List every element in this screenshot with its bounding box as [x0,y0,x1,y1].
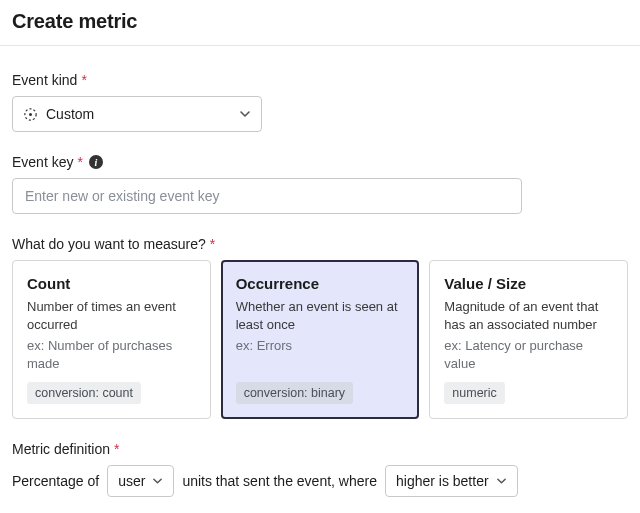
label-text: What do you want to measure? [12,236,206,252]
create-metric-form: Create metric Event kind * Custom Event … [0,0,640,513]
required-marker: * [77,154,82,170]
page-title: Create metric [12,10,628,33]
unit-value: user [118,473,145,489]
chevron-down-icon [152,476,163,487]
divider [0,45,640,46]
card-example: ex: Latency or purchase value [444,337,613,372]
event-kind-field: Event kind * Custom [12,72,628,132]
card-tag: numeric [444,382,504,404]
card-title: Occurrence [236,275,405,292]
metric-definition-label: Metric definition * [12,441,628,457]
card-tag: conversion: binary [236,382,353,404]
definition-prefix: Percentage of [12,473,99,489]
measure-options: Count Number of times an event occurred … [12,260,628,419]
metric-definition-line: Percentage of user units that sent the e… [12,465,628,497]
card-example: ex: Errors [236,337,405,355]
target-icon [23,107,38,122]
required-marker: * [81,72,86,88]
definition-mid: units that sent the event, where [182,473,377,489]
direction-select[interactable]: higher is better [385,465,518,497]
required-marker: * [114,441,119,457]
card-desc: Whether an event is seen at least once [236,298,405,333]
measure-label: What do you want to measure? * [12,236,628,252]
measure-card-value[interactable]: Value / Size Magnitude of an event that … [429,260,628,419]
measure-field: What do you want to measure? * Count Num… [12,236,628,419]
direction-value: higher is better [396,473,489,489]
info-icon[interactable]: i [89,155,103,169]
required-marker: * [210,236,215,252]
card-title: Count [27,275,196,292]
label-text: Metric definition [12,441,110,457]
card-tag: conversion: count [27,382,141,404]
event-key-label: Event key * i [12,154,628,170]
chevron-down-icon [496,476,507,487]
unit-select[interactable]: user [107,465,174,497]
event-kind-value: Custom [46,106,94,122]
event-key-field: Event key * i [12,154,628,214]
event-key-input[interactable] [12,178,522,214]
event-kind-label: Event kind * [12,72,628,88]
measure-card-count[interactable]: Count Number of times an event occurred … [12,260,211,419]
card-title: Value / Size [444,275,613,292]
chevron-down-icon [239,108,251,120]
svg-point-1 [29,113,32,116]
card-desc: Magnitude of an event that has an associ… [444,298,613,333]
card-desc: Number of times an event occurred [27,298,196,333]
label-text: Event key [12,154,73,170]
metric-definition-field: Metric definition * Percentage of user u… [12,441,628,497]
card-example: ex: Number of purchases made [27,337,196,372]
label-text: Event kind [12,72,77,88]
measure-card-occurrence[interactable]: Occurrence Whether an event is seen at l… [221,260,420,419]
event-kind-select[interactable]: Custom [12,96,262,132]
